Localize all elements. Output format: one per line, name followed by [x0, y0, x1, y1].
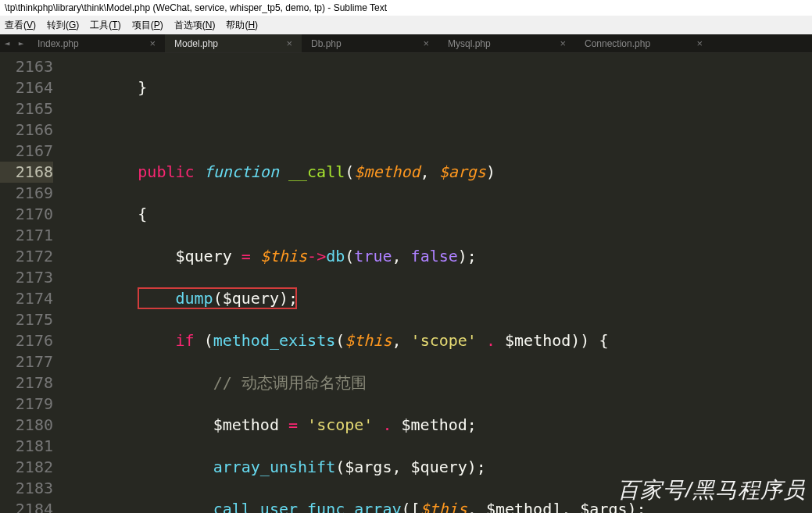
code-line: // 动态调用命名范围: [63, 372, 812, 394]
line-number: 2176: [0, 330, 53, 351]
tab-label: Db.php: [311, 38, 342, 49]
code-line: if (method_exists($this, 'scope' . $meth…: [63, 330, 812, 351]
menu-help[interactable]: 帮助(H): [226, 19, 258, 32]
line-number: 2167: [0, 141, 53, 162]
menu-bar: 查看(V) 转到(G) 工具(T) 项目(P) 首选项(N) 帮助(H): [0, 16, 812, 34]
tab-label: Model.php: [174, 38, 218, 49]
code-line: $query = $this->db(true, false);: [63, 246, 812, 267]
close-icon[interactable]: ×: [696, 37, 703, 49]
nav-back-icon[interactable]: ◄: [5, 38, 10, 48]
code-line: call_user_func_array([$this, $method], $…: [63, 499, 812, 513]
tab-mysql[interactable]: Mysql.php×: [438, 34, 575, 52]
line-number: 2177: [0, 351, 53, 372]
line-number: 2169: [0, 183, 53, 204]
gutter: 2163 2164 2165 2166 2167 2168 2169 2170 …: [0, 53, 63, 513]
line-number: 2179: [0, 394, 53, 415]
code-line: [63, 119, 812, 141]
tab-label: Mysql.php: [448, 38, 491, 49]
line-number: 2175: [0, 309, 53, 330]
close-icon[interactable]: ×: [149, 37, 156, 49]
menu-prefs[interactable]: 首选项(N): [174, 19, 216, 32]
menu-tools[interactable]: 工具(T): [90, 19, 120, 32]
line-number: 2180: [0, 415, 53, 436]
window-title-bar: \tp\thinkphp\library\think\Model.php (We…: [0, 0, 812, 16]
code-line: dump($query);: [63, 288, 812, 309]
code-line: $method = 'scope' . $method;: [63, 415, 812, 436]
line-number: 2183: [0, 478, 53, 499]
tab-model[interactable]: Model.php×: [165, 34, 302, 52]
line-number: 2166: [0, 119, 53, 141]
line-number: 2165: [0, 98, 53, 119]
nav-arrows: ◄ ►: [0, 34, 28, 52]
tab-label: Index.php: [38, 38, 79, 49]
line-number: 2182: [0, 457, 53, 478]
close-icon[interactable]: ×: [286, 37, 292, 49]
tab-index[interactable]: Index.php×: [28, 34, 165, 52]
code-line: array_unshift($args, $query);: [63, 457, 812, 478]
close-icon[interactable]: ×: [423, 37, 429, 49]
tab-db[interactable]: Db.php×: [302, 34, 438, 52]
close-icon[interactable]: ×: [560, 37, 566, 49]
line-number: 2178: [0, 372, 53, 394]
line-number: 2181: [0, 436, 53, 457]
editor: 2163 2164 2165 2166 2167 2168 2169 2170 …: [0, 53, 812, 513]
line-number: 2163: [0, 56, 53, 77]
menu-project[interactable]: 项目(P): [132, 19, 163, 32]
code-line: public function __call($method, $args): [63, 162, 812, 183]
line-number: 2164: [0, 77, 53, 98]
tab-row: ◄ ► Index.php× Model.php× Db.php× Mysql.…: [0, 34, 812, 53]
code-line: {: [63, 204, 812, 225]
menu-view[interactable]: 查看(V): [5, 19, 36, 32]
line-number: 2173: [0, 267, 53, 288]
nav-forward-icon[interactable]: ►: [19, 38, 24, 48]
line-number: 2174: [0, 288, 53, 309]
menu-goto[interactable]: 转到(G): [47, 19, 79, 32]
line-number: 2172: [0, 246, 53, 267]
line-number: 2170: [0, 204, 53, 225]
code-line: }: [63, 77, 812, 98]
line-number: 2184: [0, 499, 53, 513]
line-number: 2168: [0, 162, 53, 183]
window-title: \tp\thinkphp\library\think\Model.php (We…: [5, 2, 387, 13]
tab-connection[interactable]: Connection.php×: [575, 34, 712, 52]
tab-strip: Index.php× Model.php× Db.php× Mysql.php×…: [28, 34, 812, 52]
code-area[interactable]: } public function __call($method, $args)…: [63, 53, 812, 513]
line-number: 2171: [0, 225, 53, 246]
tab-label: Connection.php: [585, 38, 650, 49]
